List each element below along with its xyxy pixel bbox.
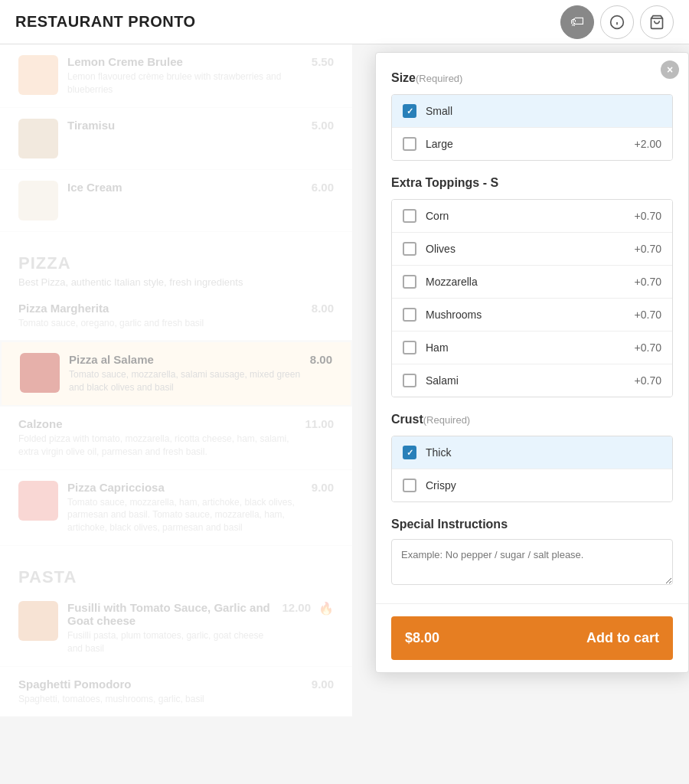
cart-nav-button[interactable] xyxy=(640,5,674,39)
item-desc: Tomato sauce, oregano, garlic and fresh … xyxy=(18,317,302,330)
item-desc: Tomato sauce, mozzarella, ham, artichoke… xyxy=(67,496,302,534)
item-price: 5.50 xyxy=(312,55,334,68)
corn-price: +0.70 xyxy=(635,210,661,222)
ham-price: +0.70 xyxy=(635,341,661,354)
size-option-small[interactable]: Small xyxy=(392,95,672,128)
item-name: Pizza Margherita xyxy=(18,302,302,315)
toppings-option-group: Corn +0.70 Olives +0.70 Mozzarella +0.70 xyxy=(391,199,673,397)
item-name: Pizza al Salame xyxy=(69,353,301,366)
item-name: Lemon Creme Brulee xyxy=(67,55,302,68)
item-price: 9.00 xyxy=(312,481,334,494)
item-image xyxy=(20,353,60,393)
menu-nav-button[interactable]: 🏷 xyxy=(560,5,594,39)
category-header-pizza: PIZZA Best Pizza, authentic Italian styl… xyxy=(0,232,352,291)
menu-panel: Lemon Creme Brulee Lemon flavoured crème… xyxy=(0,44,352,717)
special-instructions-label: Special Instructions xyxy=(391,518,673,531)
item-info: Fusilli with Tomato Sauce, Garlic and Go… xyxy=(67,601,273,655)
item-price: 8.00 xyxy=(310,353,332,366)
special-instructions-input[interactable] xyxy=(391,539,673,585)
mozzarella-price: +0.70 xyxy=(635,276,661,288)
mozzarella-checkbox[interactable] xyxy=(403,275,416,289)
item-desc: Lemon flavoured crème brulee with strawb… xyxy=(67,70,302,96)
item-info: Pizza Margherita Tomato sauce, oregano, … xyxy=(18,302,302,330)
list-item[interactable]: Calzone Folded pizza with tomato, mozzar… xyxy=(0,407,352,470)
popup-footer: $8.00 Add to cart xyxy=(376,603,688,672)
item-name: Calzone xyxy=(18,417,296,430)
item-price: 5.00 xyxy=(312,119,334,132)
category-header-pasta: PASTA xyxy=(0,546,352,590)
add-to-cart-label: Add to cart xyxy=(586,630,659,646)
size-small-label: Small xyxy=(426,105,661,117)
header-icons: 🏷 xyxy=(560,5,674,39)
item-options-popup: × Size(Required) Small Large + xyxy=(375,52,689,673)
item-name: Fusilli with Tomato Sauce, Garlic and Go… xyxy=(67,601,273,627)
item-price: 12.00 🔥 xyxy=(282,601,334,616)
topping-corn[interactable]: Corn +0.70 xyxy=(392,200,672,233)
crispy-label: Crispy xyxy=(426,479,661,492)
topping-salami[interactable]: Salami +0.70 xyxy=(392,364,672,397)
cart-price: $8.00 xyxy=(405,630,439,646)
crust-option-thick[interactable]: Thick xyxy=(392,436,672,469)
size-option-group: Small Large +2.00 xyxy=(391,94,673,161)
mozzarella-label: Mozzarella xyxy=(426,276,635,288)
item-info: Calzone Folded pizza with tomato, mozzar… xyxy=(18,417,296,459)
size-section-label: Size(Required) xyxy=(391,71,673,85)
thick-label: Thick xyxy=(426,446,661,459)
corn-checkbox[interactable] xyxy=(403,209,416,223)
required-label: (Required) xyxy=(416,73,462,84)
ham-checkbox[interactable] xyxy=(403,341,416,354)
crispy-checkbox[interactable] xyxy=(403,479,416,492)
item-image xyxy=(18,481,58,521)
item-desc: Spaghetti, tomatoes, mushrooms, garlic, … xyxy=(18,693,302,706)
category-title: PASTA xyxy=(18,567,334,587)
item-info: Lemon Creme Brulee Lemon flavoured crème… xyxy=(67,55,302,96)
item-price: 9.00 xyxy=(312,678,334,691)
list-item[interactable]: Pizza al Salame Tomato sauce, mozzarella… xyxy=(0,341,352,407)
salami-label: Salami xyxy=(426,374,635,387)
thick-checkbox[interactable] xyxy=(403,446,416,459)
list-item[interactable]: Fusilli with Tomato Sauce, Garlic and Go… xyxy=(0,590,352,667)
list-item[interactable]: Pizza Margherita Tomato sauce, oregano, … xyxy=(0,291,352,341)
size-small-checkbox[interactable] xyxy=(403,104,416,118)
crust-option-group: Thick Crispy xyxy=(391,436,673,502)
list-item[interactable]: Spaghetti Pomodoro Spaghetti, tomatoes, … xyxy=(0,667,352,717)
item-desc: Tomato sauce, mozzarella, salami sausage… xyxy=(69,368,301,394)
item-name: Pizza Capricciosa xyxy=(67,481,302,494)
item-info: Pizza al Salame Tomato sauce, mozzarella… xyxy=(69,353,301,394)
category-desc: Best Pizza, authentic Italian style, fre… xyxy=(18,276,334,288)
item-desc: Fusilli pasta, plum tomatoes, garlic, go… xyxy=(67,629,273,655)
mushrooms-checkbox[interactable] xyxy=(403,308,416,322)
olives-label: Olives xyxy=(426,243,635,255)
ham-label: Ham xyxy=(426,341,635,354)
list-item[interactable]: Lemon Creme Brulee Lemon flavoured crème… xyxy=(0,44,352,108)
corn-label: Corn xyxy=(426,210,635,222)
item-name: Spaghetti Pomodoro xyxy=(18,678,302,691)
topping-olives[interactable]: Olives +0.70 xyxy=(392,233,672,266)
item-desc: Folded pizza with tomato, mozzarella, ri… xyxy=(18,433,296,459)
salami-price: +0.70 xyxy=(635,374,661,387)
mushrooms-label: Mushrooms xyxy=(426,309,635,321)
list-item[interactable]: Ice Cream 6.00 xyxy=(0,170,352,232)
size-large-label: Large xyxy=(426,138,635,150)
topping-ham[interactable]: Ham +0.70 xyxy=(392,332,672,364)
size-large-checkbox[interactable] xyxy=(403,137,416,151)
add-to-cart-button[interactable]: $8.00 Add to cart xyxy=(391,616,673,660)
item-image xyxy=(18,119,58,158)
item-name: Ice Cream xyxy=(67,181,302,194)
list-item[interactable]: Tiramisu 5.00 xyxy=(0,108,352,170)
main-content: Lemon Creme Brulee Lemon flavoured crème… xyxy=(0,44,689,717)
size-option-large[interactable]: Large +2.00 xyxy=(392,128,672,160)
salami-checkbox[interactable] xyxy=(403,374,416,387)
crust-option-crispy[interactable]: Crispy xyxy=(392,469,672,501)
item-info: Pizza Capricciosa Tomato sauce, mozzarel… xyxy=(67,481,302,534)
hot-icon: 🔥 xyxy=(318,601,334,616)
item-info: Tiramisu xyxy=(67,119,302,134)
item-image xyxy=(18,55,58,95)
info-nav-button[interactable] xyxy=(600,5,634,39)
close-button[interactable]: × xyxy=(661,60,679,79)
popup-body: Size(Required) Small Large +2.00 Ext xyxy=(376,53,688,603)
olives-checkbox[interactable] xyxy=(403,242,416,256)
list-item[interactable]: Pizza Capricciosa Tomato sauce, mozzarel… xyxy=(0,470,352,546)
topping-mozzarella[interactable]: Mozzarella +0.70 xyxy=(392,266,672,299)
topping-mushrooms[interactable]: Mushrooms +0.70 xyxy=(392,299,672,332)
